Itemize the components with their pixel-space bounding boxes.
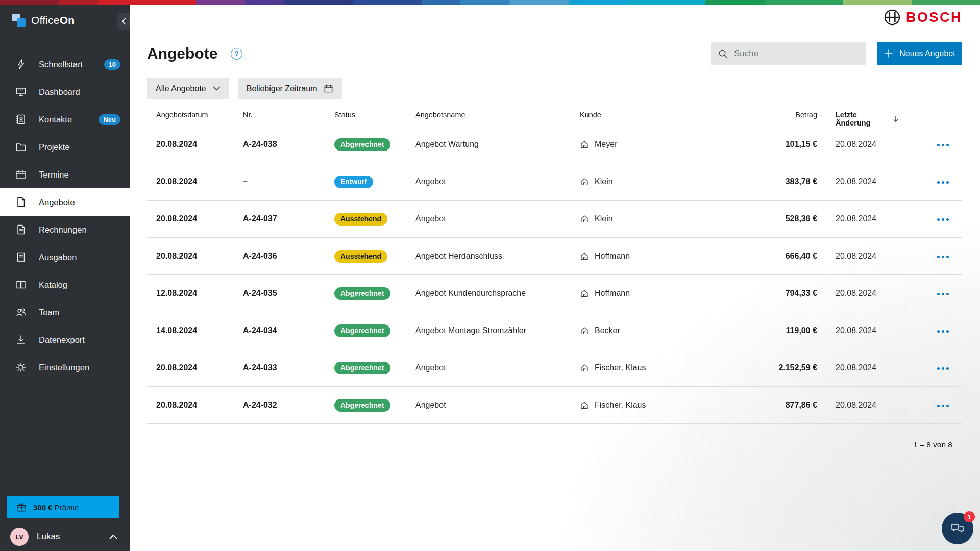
row-menu-button[interactable] (936, 364, 950, 373)
quote-date: 20.08.2024 (147, 214, 243, 223)
quote-amount: 119,00 € (748, 326, 817, 335)
sidebar-item-kontakte[interactable]: KontakteNeu (0, 106, 130, 133)
quote-row[interactable]: 14.08.2024 A-24-034 Abgerechnet Angebot … (147, 312, 962, 349)
house-icon (580, 400, 589, 410)
chat-button[interactable]: 1 (942, 513, 973, 544)
quote-date: 20.08.2024 (147, 363, 243, 372)
quote-amount: 794,33 € (748, 289, 817, 298)
quote-number: A-24-033 (243, 363, 334, 372)
col-letzte-aenderung[interactable]: Letzte Änderung (817, 111, 898, 127)
quote-row[interactable]: 20.08.2024 A-24-036 Ausstehend Angebot H… (147, 238, 962, 275)
house-icon (580, 326, 589, 335)
sort-descending-icon (893, 115, 898, 122)
bosch-wordmark: BOSCH (906, 10, 962, 26)
sidebar-item-label: Katalog (39, 280, 67, 290)
row-menu-button[interactable] (936, 253, 950, 261)
bosch-symbol-icon (884, 9, 900, 26)
row-menu-button[interactable] (936, 178, 950, 187)
sidebar-badge: Neu (99, 114, 120, 125)
quote-date: 20.08.2024 (147, 400, 243, 410)
row-menu-button[interactable] (936, 402, 950, 410)
customer-name: Fischer, Klaus (595, 363, 646, 372)
quote-date: 20.08.2024 (147, 177, 243, 186)
status-badge: Abgerechnet (334, 362, 390, 374)
quote-row[interactable]: 20.08.2024 A-24-038 Abgerechnet Angebot … (147, 126, 962, 163)
sidebar-item-schnellstart[interactable]: Schnellstart10 (0, 51, 130, 78)
app-logo: OfficeOn (0, 5, 130, 27)
sidebar-item-label: Einstellungen (39, 363, 89, 372)
new-quote-label: Neues Angebot (899, 49, 955, 58)
row-menu-button[interactable] (936, 327, 950, 336)
quote-name: Angebot Kundendurchsprache (415, 289, 580, 298)
quote-amount: 383,78 € (748, 177, 817, 186)
customer-name: Becker (595, 326, 620, 335)
quote-number: A-24-036 (243, 252, 334, 261)
quote-row[interactable]: 20.08.2024 – Entwurf Angebot Klein 383,7… (147, 163, 962, 201)
quote-row[interactable]: 20.08.2024 A-24-033 Abgerechnet Angebot … (147, 349, 962, 387)
receipt-icon (15, 252, 27, 263)
sidebar-item-ausgaben[interactable]: Ausgaben (0, 243, 130, 271)
search-input[interactable] (734, 48, 859, 59)
row-menu-button[interactable] (936, 141, 950, 149)
col-nr[interactable]: Nr. (243, 111, 334, 119)
last-changed-date: 20.08.2024 (817, 252, 898, 261)
quote-amount: 101,15 € (748, 140, 817, 149)
user-name: Lukas (37, 532, 60, 542)
lightning-icon (15, 59, 27, 70)
plus-icon (884, 49, 893, 58)
sidebar-item-label: Schnellstart (39, 60, 83, 69)
row-menu-button[interactable] (936, 215, 950, 224)
quote-row[interactable]: 12.08.2024 A-24-035 Abgerechnet Angebot … (147, 275, 962, 312)
sidebar-item-dashboard[interactable]: Dashboard (0, 78, 130, 106)
sidebar-item-katalog[interactable]: Katalog (0, 271, 130, 298)
col-status[interactable]: Status (334, 111, 415, 119)
sidebar-nav: Schnellstart10DashboardKontakteNeuProjek… (0, 51, 130, 381)
officeon-logo-icon (12, 14, 26, 27)
quote-number: A-24-038 (243, 140, 334, 149)
chevron-left-icon (121, 18, 126, 25)
sidebar-item-rechnungen[interactable]: Rechnungen (0, 216, 130, 243)
col-angebotsdatum[interactable]: Angebotsdatum (147, 111, 243, 119)
user-menu[interactable]: LV Lukas (0, 528, 130, 546)
col-kunde[interactable]: Kunde (580, 111, 748, 119)
new-quote-button[interactable]: Neues Angebot (877, 42, 962, 65)
sidebar-item-label: Team (39, 308, 59, 317)
status-badge: Ausstehend (334, 213, 387, 226)
sidebar-item-projekte[interactable]: Projekte (0, 133, 130, 161)
quote-row[interactable]: 20.08.2024 A-24-032 Abgerechnet Angebot … (147, 387, 962, 424)
house-icon (580, 177, 589, 186)
row-menu-button[interactable] (936, 290, 950, 298)
customer-cell: Fischer, Klaus (580, 400, 748, 410)
sidebar-item-einstellungen[interactable]: Einstellungen (0, 354, 130, 381)
premium-bonus-button[interactable]: 300 € Prämie (7, 496, 119, 518)
sidebar-item-termine[interactable]: Termine (0, 161, 130, 188)
quote-amount: 877,86 € (748, 400, 817, 410)
quote-row[interactable]: 20.08.2024 A-24-037 Ausstehend Angebot K… (147, 201, 962, 238)
quote-name: Angebot Montage Stromzähler (415, 326, 580, 335)
app-header: BOSCH (130, 5, 980, 30)
col-angebotsname[interactable]: Angebotsname (415, 111, 580, 119)
customer-name: Meyer (595, 140, 617, 149)
help-icon[interactable]: ? (231, 48, 242, 60)
customer-name: Hoffmann (595, 252, 630, 261)
quote-amount: 528,36 € (748, 214, 817, 223)
quote-number: A-24-032 (243, 400, 334, 410)
filter-type-dropdown[interactable]: Alle Angebote (147, 78, 229, 99)
sidebar-item-angebote[interactable]: Angebote (0, 188, 130, 216)
filter-period-dropdown[interactable]: Beliebiger Zeitraum (238, 78, 342, 99)
search-box[interactable] (711, 42, 866, 65)
quote-number: A-24-037 (243, 214, 334, 223)
notification-badge: 1 (964, 511, 975, 522)
quote-number: – (243, 177, 334, 186)
sidebar-item-team[interactable]: Team (0, 298, 130, 326)
sidebar-item-datenexport[interactable]: Datenexport (0, 326, 130, 354)
quote-name: Angebot Wartung (415, 140, 580, 149)
customer-cell: Hoffmann (580, 252, 748, 261)
customer-cell: Klein (580, 214, 748, 223)
sidebar-collapse-button[interactable] (117, 13, 130, 30)
premium-label: 300 € Prämie (33, 503, 79, 512)
gear-icon (15, 362, 27, 373)
invoice-icon (15, 224, 27, 235)
sidebar-item-label: Datenexport (39, 335, 85, 345)
col-betrag[interactable]: Betrag (748, 111, 817, 119)
